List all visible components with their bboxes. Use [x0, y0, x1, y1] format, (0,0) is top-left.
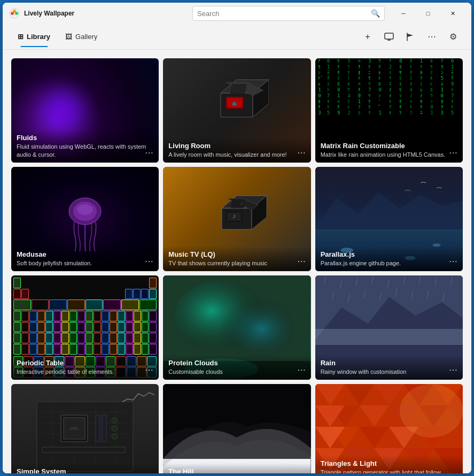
card-info: Triangles & Light Triangle pattern gener… — [315, 455, 463, 473]
card-desc: Soft body jellyfish simulation. — [17, 259, 153, 267]
card-info: Periodic Table Interactive periodic tabl… — [11, 355, 159, 380]
card-desc: TV that shows currently playing music — [168, 259, 305, 267]
card-menu-button[interactable]: ⋯ — [447, 256, 460, 267]
card-desc: A lively room with music, visualizer and… — [168, 151, 305, 158]
card-desc: Fluid simulation using WebGL, reacts wit… — [17, 143, 153, 158]
svg-rect-69 — [42, 447, 125, 452]
svg-rect-67 — [96, 415, 100, 442]
card-info: Parallax.js Parallax.js engine github pa… — [315, 246, 463, 271]
display-button[interactable] — [379, 27, 399, 47]
card-desc: Parallax.js engine github page. — [321, 259, 457, 267]
minimize-button[interactable]: ─ — [391, 5, 416, 22]
titlebar: Lively Wallpaper 🔍 ─ □ ✕ — [3, 3, 471, 24]
svg-point-3 — [15, 12, 18, 15]
wallpaper-library: Fluids Fluid simulation using WebGL, rea… — [3, 50, 471, 473]
card-info: Rain Rainy window with customisation — [315, 355, 463, 380]
svg-text:📺: 📺 — [232, 100, 237, 105]
svg-rect-4 — [385, 33, 393, 39]
search-bar[interactable]: 🔍 — [192, 6, 385, 21]
card-menu-button[interactable]: ⋯ — [295, 365, 308, 375]
close-button[interactable]: ✕ — [440, 5, 465, 22]
svg-rect-68 — [102, 415, 106, 442]
wallpaper-card-fluids[interactable]: Fluids Fluid simulation using WebGL, rea… — [11, 58, 159, 163]
navbar: ⊞ Library 🖼 Gallery + — [3, 24, 471, 50]
wallpaper-card-rain[interactable]: Rain Rainy window with customisation ⋯ — [315, 275, 463, 380]
svg-point-17 — [77, 204, 93, 215]
svg-text:♪: ♪ — [232, 212, 236, 220]
card-title: Matrix Rain Customizable — [321, 142, 457, 150]
card-menu-button[interactable]: ⋯ — [143, 365, 156, 375]
wallpaper-grid: Fluids Fluid simulation using WebGL, rea… — [11, 58, 463, 473]
add-button[interactable]: + — [358, 27, 377, 47]
wallpaper-card-medusae[interactable]: Medusae Soft body jellyfish simulation. … — [11, 167, 159, 271]
card-info: Medusae Soft body jellyfish simulation. — [11, 246, 159, 271]
svg-point-33 — [211, 297, 295, 361]
search-icon: 🔍 — [371, 9, 380, 18]
wallpaper-card-triangles-light[interactable]: Triangles & Light Triangle pattern gener… — [315, 384, 463, 473]
library-icon: ⊞ — [18, 33, 24, 41]
card-desc: Triangle pattern generator with light th… — [321, 469, 457, 473]
search-input[interactable] — [197, 10, 368, 18]
nav-tabs: ⊞ Library 🖼 Gallery — [11, 29, 358, 44]
card-title: Music TV (LQ) — [168, 250, 305, 258]
svg-rect-38 — [315, 329, 463, 345]
gallery-icon: 🖼 — [65, 33, 72, 41]
card-menu-button[interactable]: ⋯ — [447, 365, 460, 375]
card-menu-button[interactable]: ⋯ — [143, 148, 156, 158]
card-info: The Hill Shader generated hill. — [163, 463, 310, 473]
card-title: Parallax.js — [321, 250, 457, 258]
card-info: Matrix Rain Customizable Matrix like rai… — [315, 137, 463, 163]
svg-point-102 — [400, 384, 463, 437]
card-desc: Rainy window with customisation — [321, 368, 457, 375]
wallpaper-card-simple-system[interactable]: CPU — [11, 384, 159, 473]
card-desc: Matrix like rain animation using HTML5 C… — [321, 151, 457, 158]
tab-gallery[interactable]: 🖼 Gallery — [59, 29, 104, 44]
card-title: Protein Clouds — [168, 359, 305, 367]
window-controls: ─ □ ✕ — [391, 5, 465, 22]
wallpaper-card-music-tv[interactable]: ♪ ♫ Music TV (LQ) TV that shows currentl… — [163, 167, 310, 271]
card-menu-button[interactable]: ⋯ — [295, 148, 308, 158]
card-title: Triangles & Light — [321, 459, 457, 467]
card-title: Fluids — [17, 134, 153, 142]
system-visual: CPU — [11, 384, 159, 473]
hill-visual — [163, 384, 310, 473]
more-button[interactable]: ⋯ — [422, 27, 441, 47]
svg-point-71 — [112, 426, 117, 431]
wallpaper-card-parallax[interactable]: Parallax.js Parallax.js engine github pa… — [315, 167, 463, 271]
card-info: Protein Clouds Customisable clouds — [163, 355, 310, 380]
card-info: Fluids Fluid simulation using WebGL, rea… — [11, 129, 159, 163]
svg-point-72 — [112, 434, 117, 439]
app-title: Lively Wallpaper — [24, 10, 192, 17]
app-logo — [9, 8, 20, 19]
card-title: Simple System — [17, 467, 153, 473]
svg-point-70 — [112, 418, 117, 423]
settings-button[interactable]: ⚙ — [444, 27, 463, 47]
card-title: Rain — [321, 359, 457, 367]
card-title: Periodic Table — [17, 359, 153, 367]
tab-library[interactable]: ⊞ Library — [11, 29, 57, 44]
card-desc: Customisable clouds — [168, 368, 305, 375]
card-info: Simple System Lively hardware API showca… — [11, 463, 159, 473]
card-title: Medusae — [17, 250, 153, 258]
card-menu-button[interactable]: ⋯ — [143, 256, 156, 267]
card-title: Living Room — [168, 142, 305, 150]
wallpaper-card-matrix-rain[interactable]: ｱﾗﾝﾄﾞﾑ10ｶﾅ3 01ﾃｸｽﾄ7ﾏﾄ5 ﾔﾏﾀｼﾛ01ﾊﾅ9 5ﾂﾅﾐﾙﾜ… — [315, 58, 463, 163]
flag-button[interactable] — [401, 27, 420, 47]
nav-actions: + ⋯ ⚙ — [358, 27, 463, 47]
card-info: Music TV (LQ) TV that shows currently pl… — [163, 246, 310, 271]
wallpaper-card-periodic-table[interactable]: Periodic Table Interactive periodic tabl… — [11, 275, 159, 380]
card-desc: Interactive periodic table of elements. — [17, 368, 153, 375]
wallpaper-card-the-hill[interactable]: The Hill Shader generated hill. ⋯ — [163, 384, 310, 473]
card-info: Living Room A lively room with music, vi… — [163, 137, 310, 163]
wallpaper-card-living-room[interactable]: 📺 Living Room A lively room with music, … — [163, 58, 310, 163]
card-menu-button[interactable]: ⋯ — [447, 148, 460, 158]
wallpaper-card-protein-clouds[interactable]: Protein Clouds Customisable clouds ⋯ — [163, 275, 310, 380]
main-window: Lively Wallpaper 🔍 ─ □ ✕ ⊞ Library 🖼 Gal… — [3, 3, 471, 473]
maximize-button[interactable]: □ — [416, 5, 440, 22]
card-title: The Hill — [168, 467, 305, 473]
svg-text:CPU: CPU — [71, 427, 79, 431]
svg-rect-14 — [230, 84, 247, 94]
card-menu-button[interactable]: ⋯ — [295, 256, 308, 267]
